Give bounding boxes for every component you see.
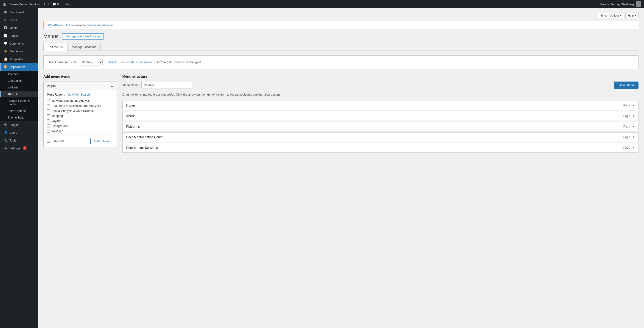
select-all-label[interactable]: Select All xyxy=(47,139,64,143)
top-bar: Screen Options ▾ Help ▾ xyxy=(44,13,638,18)
menu-item-peer-mentor-sessions[interactable]: Peer Mentor Sessions Page ▾ xyxy=(122,143,638,153)
sidebar-item-themes[interactable]: Themes xyxy=(0,71,38,77)
menu-item-home-chevron[interactable]: ▾ xyxy=(633,104,634,107)
add-to-menu-button[interactable]: Add to Menu xyxy=(90,138,114,144)
sidebar: ⊞ Dashboard ✏ Posts 🖼 Media 📄 Pages 💬 Co… xyxy=(0,8,38,328)
select-all-checkbox[interactable] xyxy=(47,140,50,143)
avatar[interactable] xyxy=(636,2,641,7)
select-menu-button[interactable]: Select xyxy=(105,59,119,65)
tab-edit-menus[interactable]: Edit Menus xyxy=(44,43,67,51)
page-checkbox-voyant[interactable] xyxy=(47,119,50,122)
page-item-spatial[interactable]: Spatial Analysis & Data Science xyxy=(47,109,114,113)
page-checkbox-mapping[interactable] xyxy=(47,114,50,117)
pages-checkbox-list: 3D Visualization and Analysis Real-Time … xyxy=(47,99,114,133)
add-menu-items-panel: Add menu items Pages ▲ Most Recent View … xyxy=(44,74,117,147)
page-checkbox-garageband[interactable] xyxy=(47,125,50,128)
save-menu-button[interactable]: Save Menu xyxy=(614,82,638,89)
sidebar-item-pages[interactable]: 📄 Pages xyxy=(0,32,38,40)
help-dropdown-icon: ▾ xyxy=(634,14,636,17)
menu-name-label: Menu Name xyxy=(122,83,138,87)
tab-search[interactable]: Search xyxy=(80,93,90,96)
sidebar-item-users[interactable]: 👤 Users xyxy=(0,129,38,136)
sidebar-item-templates[interactable]: 📋 Templates xyxy=(0,55,38,63)
page-checkbox-wevideo[interactable] xyxy=(47,130,50,133)
menu-item-home[interactable]: Home Page ▾ xyxy=(122,101,638,110)
templates-icon: 📋 xyxy=(4,57,8,61)
tools-icon: 🔧 xyxy=(4,139,8,142)
help-button[interactable]: Help ▾ xyxy=(626,13,638,18)
wp-version-link[interactable]: WordPress 5.6.1 xyxy=(48,24,70,27)
screen-options-dropdown-icon: ▾ xyxy=(620,14,622,17)
pages-panel-tabs: Most Recent View All Search xyxy=(47,93,114,96)
media-icon: 🖼 xyxy=(4,26,8,30)
howdy-text: Howdy, Tierney Steelberg xyxy=(600,3,634,6)
select-menu-label: Select a menu to edit: xyxy=(48,60,77,64)
menu-item-platforms-chevron[interactable]: ▾ xyxy=(633,125,634,128)
sidebar-item-plugins[interactable]: 🔌 Plugins xyxy=(0,121,38,129)
elementor-icon: ⚡ xyxy=(4,49,8,53)
posts-icon: ✏ xyxy=(4,18,8,22)
dashboard-icon: ⊞ xyxy=(4,10,8,14)
page-item-wevideo[interactable]: WeVideo xyxy=(47,129,114,133)
page-title: Menus xyxy=(44,34,58,40)
menu-structure-panel: Menu structure Menu Name Save Menu Drag … xyxy=(122,74,638,153)
comments-count[interactable]: 💬 0 xyxy=(52,3,59,6)
page-item-voyant[interactable]: Voyant xyxy=(47,119,114,123)
sidebar-item-appearance[interactable]: 🎨 Appearance xyxy=(0,63,38,71)
sidebar-item-widgets[interactable]: Widgets xyxy=(0,84,38,91)
sidebar-item-comments[interactable]: 💬 Comments xyxy=(0,40,38,47)
sidebar-item-elementor[interactable]: ⚡ Elementor xyxy=(0,47,38,55)
menu-tabs: Edit Menus Manage Locations xyxy=(44,43,638,51)
pages-panel: Pages ▲ Most Recent View All Search 3 xyxy=(44,82,117,147)
pages-panel-toggle-icon: ▲ xyxy=(110,84,114,88)
drag-hint: Drag the items into the order you prefer… xyxy=(122,92,638,97)
menu-item-peer-mentor-office-hours[interactable]: Peer Mentor Office Hours Page ▾ xyxy=(122,132,638,142)
menu-name-input[interactable] xyxy=(142,82,192,88)
sidebar-item-posts[interactable]: ✏ Posts xyxy=(0,16,38,24)
pages-panel-header[interactable]: Pages ▲ xyxy=(44,82,116,90)
sidebar-item-dashboard[interactable]: ⊞ Dashboard xyxy=(0,8,38,16)
sidebar-item-theme-editor[interactable]: Theme Editor xyxy=(0,114,38,121)
page-item-rt-vis[interactable]: Real-Time Visualization and Analytics xyxy=(47,104,114,108)
live-preview-button[interactable]: Manage with Live Preview xyxy=(62,33,104,40)
updates-count[interactable]: ↻ 1 xyxy=(44,3,49,6)
plugins-icon: 🔌 xyxy=(4,123,8,127)
menu-item-pmoh-chevron[interactable]: ▾ xyxy=(633,135,634,139)
sidebar-item-astra-options[interactable]: Astra Options xyxy=(0,108,38,114)
page-checkbox-rt-vis[interactable] xyxy=(47,104,50,107)
menu-structure-header: Menu Name Save Menu xyxy=(122,82,638,89)
sidebar-item-header-footer[interactable]: Header Footer & Blocks xyxy=(0,97,38,108)
sidebar-item-customize[interactable]: Customize xyxy=(0,77,38,84)
select-menu-bar: Select a menu to edit: Primary Select or… xyxy=(44,55,638,69)
menu-item-pms-chevron[interactable]: ▾ xyxy=(633,146,634,149)
tab-view-all[interactable]: View All xyxy=(67,93,78,96)
screen-options-button[interactable]: Screen Options ▾ xyxy=(598,13,624,18)
pages-icon: 📄 xyxy=(4,34,8,38)
tab-most-recent[interactable]: Most Recent xyxy=(47,93,64,96)
site-name[interactable]: Vivero Mentor Sandbox xyxy=(10,3,40,6)
menu-item-about-chevron[interactable]: ▾ xyxy=(633,114,634,118)
wp-logo-icon[interactable]: ⊞ xyxy=(3,2,6,7)
sidebar-item-tools[interactable]: 🔧 Tools xyxy=(0,136,38,144)
sidebar-item-media[interactable]: 🖼 Media xyxy=(0,24,38,32)
tab-manage-locations[interactable]: Manage Locations xyxy=(68,43,100,51)
create-new-menu-link[interactable]: create a new menu xyxy=(126,60,152,64)
settings-icon: ⚙ xyxy=(4,146,8,150)
page-checkbox-spatial[interactable] xyxy=(47,109,50,112)
page-item-3d-vis[interactable]: 3D Visualization and Analysis xyxy=(47,99,114,102)
menu-item-about[interactable]: About Page ▾ xyxy=(122,111,638,121)
page-item-mapping[interactable]: Mapping xyxy=(47,114,114,118)
page-header: Menus Manage with Live Preview xyxy=(44,33,638,40)
appearance-icon: 🎨 xyxy=(4,65,8,69)
menu-select-dropdown[interactable]: Primary xyxy=(79,59,102,66)
sidebar-item-settings[interactable]: ⚙ Settings 1 xyxy=(0,144,38,152)
new-content-button[interactable]: + New xyxy=(62,3,70,6)
page-checkbox-3d-vis[interactable] xyxy=(47,99,50,102)
sidebar-item-menus[interactable]: Menus xyxy=(0,91,38,97)
update-link[interactable]: Please update now xyxy=(88,24,113,27)
users-icon: 👤 xyxy=(4,131,8,134)
menu-item-platforms[interactable]: Platforms Page ▾ xyxy=(122,122,638,131)
page-item-garageband[interactable]: GarageBand xyxy=(47,124,114,128)
pages-panel-footer: Select All Add to Menu xyxy=(47,136,114,144)
menu-name-row: Menu Name xyxy=(122,82,192,88)
